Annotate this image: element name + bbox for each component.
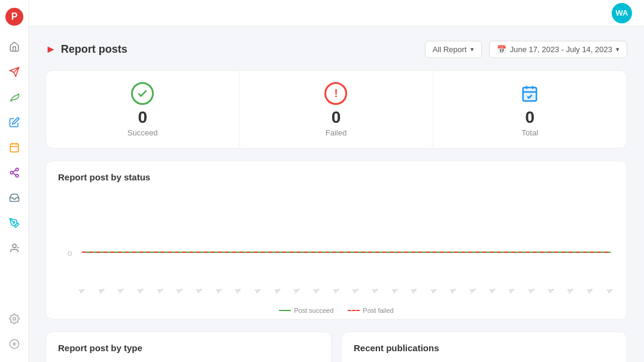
legend-succeed: Post succeed (279, 307, 333, 314)
app-logo[interactable]: P (5, 7, 24, 26)
stat-failed: ! 0 Failed (239, 71, 433, 148)
stat-succeed: 0 Succeed (46, 71, 239, 148)
sidebar-inbox[interactable] (4, 187, 25, 209)
main-content: ► Report posts All Report ▾ 📅 June 17, 2… (29, 26, 644, 362)
legend-succeed-label: Post succeed (294, 307, 333, 314)
date-range-picker[interactable]: 📅 June 17, 2023 - July 14, 2023 ▾ (489, 41, 627, 58)
succeed-icon (131, 83, 154, 104)
sidebar-leaf[interactable] (4, 86, 25, 108)
stats-row: 0 Succeed ! 0 Failed 0 Total (45, 70, 627, 149)
svg-text:0: 0 (68, 249, 72, 257)
date-range-label: June 17, 2023 - July 14, 2023 (510, 45, 612, 54)
sidebar-calendar[interactable] (4, 137, 25, 158)
report-title-icon: ► (45, 43, 56, 56)
total-label: Total (522, 128, 538, 137)
svg-rect-20 (523, 88, 537, 101)
svg-point-13 (13, 222, 14, 224)
chart-section: Report post by status 0 Jun 17 Jun 18 Ju… (45, 161, 627, 319)
failed-count: 0 (332, 109, 341, 126)
failed-label: Failed (326, 128, 347, 137)
date-chevron-icon: ▾ (616, 46, 619, 53)
topbar: WA (29, 0, 644, 26)
total-icon (518, 83, 541, 104)
user-avatar[interactable]: WA (612, 3, 632, 23)
sidebar-user[interactable] (4, 237, 25, 259)
total-count: 0 (525, 109, 535, 126)
svg-point-10 (16, 174, 19, 177)
report-filter-label: All Report (433, 45, 467, 54)
svg-line-12 (13, 170, 16, 172)
svg-rect-4 (10, 144, 19, 152)
page-title: ► Report posts (45, 43, 127, 56)
recent-publications-title: Recent publications (354, 343, 615, 353)
report-by-type-section: Report post by type (45, 331, 332, 362)
sidebar-add[interactable] (4, 333, 25, 355)
chart-svg: 0 (58, 191, 615, 286)
succeed-label: Succeed (127, 128, 158, 137)
svg-text:P: P (11, 11, 17, 22)
svg-point-14 (13, 244, 16, 248)
succeed-count: 0 (138, 109, 147, 126)
recent-publications-section: Recent publications (341, 331, 627, 362)
calendar-small-icon: 📅 (497, 45, 506, 54)
failed-icon: ! (324, 83, 347, 104)
report-by-type-title: Report post by type (58, 343, 319, 353)
bottom-row: Report post by type Recent publications (45, 331, 627, 362)
sidebar-edit[interactable] (4, 111, 25, 133)
svg-point-16 (13, 318, 16, 321)
sidebar-pen[interactable] (4, 212, 25, 234)
chevron-down-icon: ▾ (470, 46, 474, 53)
svg-point-8 (16, 168, 19, 171)
legend-succeed-line (279, 310, 291, 311)
chart-title: Report post by status (58, 172, 615, 182)
sidebar-share[interactable] (4, 162, 25, 183)
sidebar-settings[interactable] (4, 308, 25, 330)
chart-area: 0 Jun 17 Jun 18 Jun 19 Jun 20 Jun 21 Jun… (58, 191, 615, 310)
page-header: ► Report posts All Report ▾ 📅 June 17, 2… (45, 41, 627, 58)
sidebar-send[interactable] (4, 61, 25, 83)
legend-failed-label: Post failed (363, 307, 393, 314)
header-controls: All Report ▾ 📅 June 17, 2023 - July 14, … (425, 41, 627, 58)
svg-line-11 (13, 173, 16, 175)
sidebar: P (0, 0, 29, 362)
sidebar-home[interactable] (4, 36, 25, 58)
legend-failed-line (348, 310, 360, 311)
svg-point-9 (10, 171, 13, 174)
page-title-text: Report posts (61, 43, 127, 56)
stat-total: 0 Total (433, 71, 627, 148)
report-filter-select[interactable]: All Report ▾ (425, 41, 482, 58)
chart-legend: Post succeed Post failed (58, 307, 615, 314)
legend-failed: Post failed (348, 307, 393, 314)
